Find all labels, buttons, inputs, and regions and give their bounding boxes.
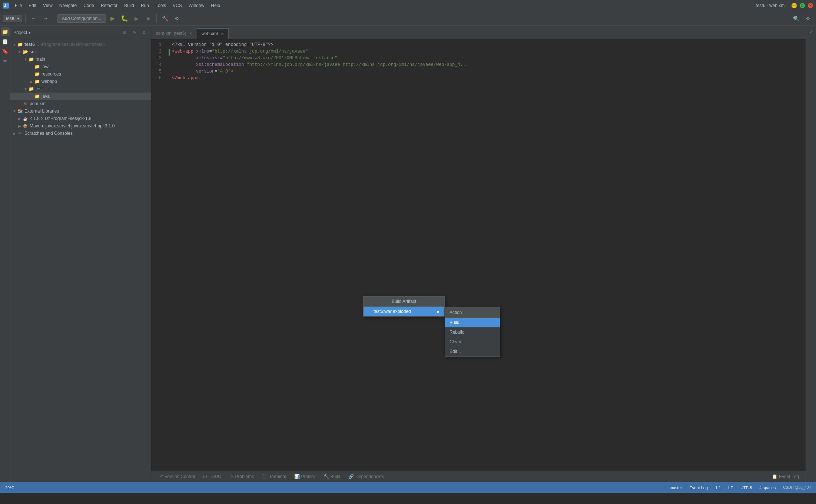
action-item-clean[interactable]: Clean	[445, 337, 500, 347]
add-configuration-button[interactable]: Add Configuration...	[57, 14, 106, 23]
status-cursor-position[interactable]: 1:1	[713, 485, 723, 490]
structure-sidebar-icon[interactable]: 📋	[1, 37, 10, 46]
menu-vcs[interactable]: VCS	[170, 2, 185, 9]
left-sidebar: 📁 📋 🔖 ★	[0, 26, 10, 482]
menu-code[interactable]: Code	[80, 2, 97, 9]
menu-help[interactable]: Help	[208, 2, 223, 9]
tab-web-xml[interactable]: web.xml ✕	[197, 28, 229, 39]
right-sidebar: ✓	[806, 26, 816, 482]
build-project-button[interactable]: 🔨	[160, 13, 170, 24]
close-button[interactable]: ✕	[808, 3, 813, 8]
line-content: xsi:schemaLocation="http://xmlns.jcp.org…	[172, 62, 468, 69]
war-icon: ⚙	[368, 310, 371, 314]
tree-item-path: D:\ProgramFiles\javaProjects\test6	[36, 42, 105, 47]
settings-button[interactable]: ⚙	[172, 13, 182, 24]
collapse-all-button[interactable]: ⊖	[130, 29, 138, 37]
tree-resources[interactable]: 📁 resources	[10, 70, 151, 78]
menu-tools[interactable]: Tools	[153, 2, 169, 9]
tree-root-test6[interactable]: ▼ 📁 test6 D:\ProgramFiles\javaProjects\t…	[10, 41, 151, 48]
tree-item-label: resources	[42, 71, 61, 77]
project-selector[interactable]: test6 ▾	[3, 15, 22, 22]
bottom-tab-profiler[interactable]: 📊 Profiler	[291, 473, 319, 481]
line-number: 2	[151, 49, 166, 56]
status-event-log[interactable]: Event Log	[687, 485, 710, 490]
java-folder-icon: 📁	[34, 64, 40, 70]
menu-window[interactable]: Window	[186, 2, 208, 9]
menu-build[interactable]: Build	[121, 2, 137, 9]
app-icon: J	[3, 3, 9, 9]
menu-edit[interactable]: Edit	[26, 2, 39, 9]
folder-icon: 📁	[28, 56, 34, 62]
status-line-ending[interactable]: LF	[726, 485, 735, 490]
tree-item-label: main	[36, 57, 45, 62]
tab-close-icon[interactable]: ✕	[189, 31, 192, 36]
tree-external-libraries[interactable]: ▼ 📚 External Libraries	[10, 107, 151, 115]
vc-icon: ⎇	[158, 474, 163, 479]
menu-navigate[interactable]: Navigate	[56, 2, 80, 9]
bottom-tab-terminal[interactable]: ⬛ Terminal	[258, 473, 289, 481]
run-button[interactable]: ▶	[107, 13, 118, 24]
line-change-indicator	[166, 69, 172, 76]
panel-options-button[interactable]: ⚙	[140, 29, 148, 37]
svg-text:J: J	[4, 4, 6, 8]
debug-button[interactable]: 🐛	[119, 13, 130, 24]
editor-content[interactable]: 1 <?xml version="1.0" encoding="UTF-8"?>…	[151, 39, 806, 471]
bottom-tab-event-log[interactable]: 📋 Event Log	[768, 473, 803, 481]
search-everywhere-button[interactable]: 🔍	[791, 13, 801, 24]
maximize-button[interactable]: □	[800, 3, 805, 8]
menu-run[interactable]: Run	[138, 2, 152, 9]
tree-item-label: Scratches and Consoles	[24, 131, 73, 136]
status-temperature[interactable]: 29°C	[3, 485, 17, 490]
status-git-branch[interactable]: master	[667, 485, 684, 490]
menu-view[interactable]: View	[40, 2, 56, 9]
tree-jdk[interactable]: ▶ ☕ < 1.8 > D:\ProgramFiles\jdk-1.8	[10, 115, 151, 122]
editor-line-5: 5 version="4.0">	[151, 69, 806, 76]
action-item-rebuild[interactable]: Rebuild	[445, 327, 500, 337]
status-indent[interactable]: 4 spaces	[757, 485, 778, 490]
tree-java[interactable]: 📁 java	[10, 63, 151, 70]
navigate-forward-button[interactable]: →	[40, 13, 51, 24]
settings-gear-button[interactable]: ⚙	[803, 13, 813, 24]
tree-scratches[interactable]: ▶ ✏ Scratches and Consoles	[10, 130, 151, 137]
bottom-tab-todo[interactable]: ☑ TODO	[199, 473, 225, 481]
tree-main[interactable]: ▼ 📁 main	[10, 56, 151, 63]
editor-line-6: 6 </web-app>	[151, 76, 806, 82]
minimize-button[interactable]: —	[792, 3, 797, 8]
file-tree: ▼ 📁 test6 D:\ProgramFiles\javaProjects\t…	[10, 39, 151, 482]
tree-arrow-icon: ▶	[29, 80, 34, 84]
tree-item-label: pom.xml	[30, 101, 46, 106]
status-user: CSDH @qq_404	[781, 485, 813, 490]
line-number: 3	[151, 56, 166, 62]
action-item-build[interactable]: Build	[445, 318, 500, 327]
bottom-tab-build[interactable]: 🔨 Build	[320, 473, 344, 481]
tree-pom-xml[interactable]: M pom.xml	[10, 100, 151, 107]
test-java-folder-icon: 📁	[34, 93, 40, 99]
bottom-tab-version-control[interactable]: ⎇ Version Control	[154, 473, 199, 481]
favorites-sidebar-icon[interactable]: ★	[1, 56, 10, 65]
bottom-tab-problems[interactable]: ⚠ Problems	[226, 473, 258, 481]
status-encoding[interactable]: UTF-8	[738, 485, 754, 490]
locate-in-tree-button[interactable]: ⊕	[120, 29, 129, 37]
submenu-arrow-icon: ▶	[437, 310, 440, 314]
libraries-icon: 📚	[17, 108, 23, 114]
tree-src[interactable]: ▼ 📂 src	[10, 48, 151, 56]
navigate-back-button[interactable]: ←	[29, 13, 39, 24]
tab-pom-xml[interactable]: pom.xml (test6) ✕	[151, 28, 197, 39]
tab-close-icon[interactable]: ✕	[221, 32, 224, 36]
tree-maven-servlet[interactable]: ▶ 📦 Maven: javax.servlet:javax.servlet-a…	[10, 122, 151, 130]
menu-refactor[interactable]: Refactor	[98, 2, 120, 9]
tree-test[interactable]: ▼ 📁 test	[10, 85, 151, 93]
project-sidebar-icon[interactable]: 📁	[1, 27, 10, 36]
action-item-edit[interactable]: Edit...	[445, 347, 500, 356]
menu-file[interactable]: File	[12, 2, 25, 9]
window-title: test6 - web.xml	[756, 3, 786, 8]
bottom-tab-label: Profiler	[301, 474, 315, 479]
bookmarks-sidebar-icon[interactable]: 🔖	[1, 47, 10, 56]
toolbar-sep-1	[25, 14, 26, 23]
tree-webapp[interactable]: ▶ 📁 webapp	[10, 78, 151, 85]
tree-test-java[interactable]: 📁 java	[10, 93, 151, 100]
tree-item-label: < 1.8 > D:\ProgramFiles\jdk-1.8	[30, 116, 92, 121]
artifact-item-test6-war[interactable]: ⚙ test6:war exploded ▶	[364, 307, 444, 316]
bottom-tabs: ⎇ Version Control ☑ TODO ⚠ Problems ⬛ Te…	[151, 471, 806, 482]
bottom-tab-dependencies[interactable]: 🔗 Dependencies	[345, 473, 388, 481]
